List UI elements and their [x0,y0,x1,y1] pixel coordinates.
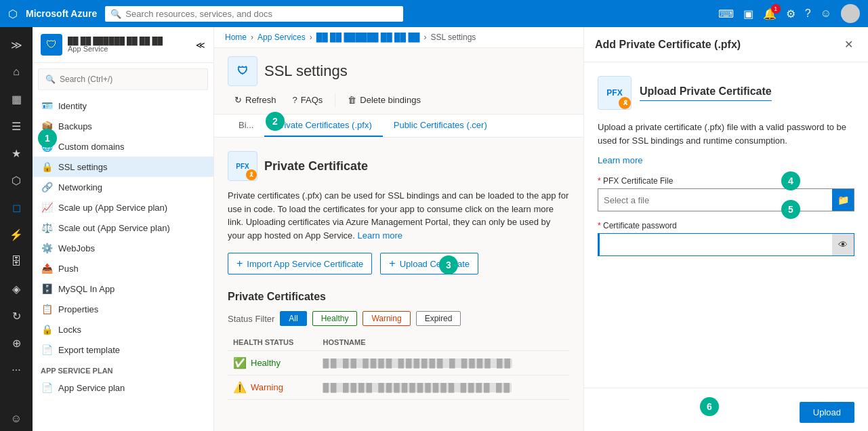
panel-learn-more-link[interactable]: Learn more [598,155,854,165]
sidebar-item-export-template[interactable]: 📄 Export template [33,340,213,360]
pfx-ribbon: 🎗 [619,97,631,109]
tab-bindings[interactable]: Bi... [228,115,264,137]
more-icon[interactable]: ··· [4,358,28,382]
help-icon[interactable]: ? [805,7,811,20]
pfx-file-field-group: * PFX Certificate File 📁 [598,176,854,211]
sidebar-item-label: Networking [58,182,102,192]
search-bar[interactable]: 🔍 [105,6,403,22]
col-hostname: HOSTNAME [318,334,570,351]
user-profile-icon[interactable]: ☺ [4,407,28,431]
sidebar-item-push[interactable]: 📤 Push [33,258,213,279]
expand-sidebar-btn[interactable]: ≫ [4,33,28,57]
topbar: ⬡ Microsoft Azure 🔍 ⌨ ▣ 🔔 1 ⚙ ? ☺ [0,0,868,27]
settings-icon[interactable]: ⚙ [786,7,795,20]
sidebar-item-label: Locks [58,325,81,335]
sidebar-search-input[interactable] [60,75,201,84]
marketplace-icon[interactable]: ⊕ [4,331,28,355]
devops-icon[interactable]: ↻ [4,304,28,328]
cloud-shell-icon[interactable]: ⌨ [718,7,734,20]
breadcrumb-app-name[interactable]: ██ ██ ██████ ██ ██ ██ [316,33,420,42]
panel-cert-header: PFX 🎗 Upload Private Certificate [598,76,854,110]
panel-title: Add Private Certificate (.pfx) [595,39,741,51]
services-icon[interactable]: ☰ [4,114,28,138]
sidebar-item-label: Properties [58,304,98,314]
sidebar-item-label: SSL settings [58,162,108,172]
pfx-file-browse-button[interactable]: 📁 [832,189,854,211]
home-icon[interactable]: ⌂ [4,60,28,84]
user-icon[interactable]: ☺ [821,7,831,20]
monitor-icon[interactable]: ⚡ [4,222,28,247]
panel-footer: Upload [584,388,868,431]
sidebar-item-locks[interactable]: 🔒 Locks [33,319,213,340]
password-input[interactable] [600,236,832,254]
breadcrumb-app-services[interactable]: App Services [257,33,306,42]
sidebar-item-identity[interactable]: 🪪 Identity [33,96,213,116]
delete-bindings-button[interactable]: 🗑 Delete bindings [341,91,428,108]
ssl-icon: 🔒 [41,161,53,172]
step-6-badge: 6 [700,397,719,416]
sidebar-item-label: Scale out (App Service plan) [58,223,170,233]
panel-body: PFX 🎗 Upload Private Certificate Upload … [584,62,868,388]
status-healthy: ✅ Healthy [233,356,312,369]
search-input[interactable] [125,9,398,19]
sidebar-item-scale-out[interactable]: ⚖️ Scale out (App Service plan) [33,218,213,238]
table-row[interactable]: ⚠️ Warning ██ ████ ██████████ ████ ██ [228,375,570,400]
filter-warning-button[interactable]: Warning [363,311,410,326]
breadcrumb-home[interactable]: Home [225,33,247,42]
panel-description: Upload a private certificate (.pfx) file… [598,121,854,147]
sidebar-item-webjobs[interactable]: ⚙️ WebJobs [33,238,213,258]
push-icon: 📤 [41,263,53,274]
collapse-sidebar-btn[interactable]: ≪ [196,40,205,50]
sidebar-item-app-service-plan[interactable]: 📄 App Service plan [33,377,213,398]
password-reveal-button[interactable]: 👁 [832,234,854,255]
app-service-plan-icon: 📄 [41,382,53,393]
identity-icon: 🪪 [41,100,53,111]
sidebar-item-custom-domains[interactable]: 🌐 Custom domains [33,136,213,157]
private-certs-title: Private Certificates [228,291,570,303]
filter-healthy-button[interactable]: Healthy [312,311,358,326]
sidebar-item-label: Export template [58,345,120,355]
integrations-icon[interactable]: ◈ [4,276,28,301]
faqs-button[interactable]: ? FAQs [286,91,330,108]
table-row[interactable]: ✅ Healthy ██ ██ ████ ██████ █ ████ ██ [228,351,570,375]
filter-all-button[interactable]: All [280,311,306,326]
upload-cert-button[interactable]: + Upload Certificate [380,253,478,274]
favorites-icon[interactable]: ★ [4,141,28,165]
action-buttons: + Import App Service Certificate + Uploa… [228,253,570,274]
tab-public-certs[interactable]: Public Certificates (.cer) [383,115,498,137]
dashboard-icon[interactable]: ▦ [4,87,28,111]
sidebar-item-mysql[interactable]: 🗄️ MySQL In App [33,279,213,299]
toolbar: ↻ Refresh ? FAQs 🗑 Delete bindings [214,86,583,115]
refresh-button[interactable]: ↻ Refresh [228,91,283,108]
security-icon[interactable]: 🗄 [4,249,28,274]
sidebar-item-label: Identity [58,101,87,111]
sidebar-item-ssl-settings[interactable]: 🔒 SSL settings [33,157,213,177]
sidebar-item-networking[interactable]: 🔗 Networking [33,177,213,197]
brand-name: Microsoft Azure [26,8,97,19]
scale-up-icon: 📈 [41,202,53,213]
panel-close-button[interactable]: ✕ [840,37,857,52]
page-header: 🛡 SSL settings [214,48,583,86]
sidebar-item-properties[interactable]: 📋 Properties [33,299,213,319]
sidebar-item-scale-up[interactable]: 📈 Scale up (App Service plan) [33,197,213,218]
portal-icon[interactable]: ▣ [743,7,753,20]
sidebar-item-backups[interactable]: 📦 Backups [33,116,213,136]
import-cert-button[interactable]: + Import App Service Certificate [228,253,372,274]
sidebar-search[interactable]: 🔍 [38,68,208,90]
sidebar-item-label: Push [58,264,79,274]
healthy-icon: ✅ [233,356,247,369]
breadcrumb-current: SSL settings [430,33,476,42]
avatar[interactable] [841,4,860,23]
resources-icon[interactable]: ⬡ [4,168,28,192]
filter-expired-button[interactable]: Expired [416,311,461,326]
notification-icon[interactable]: 🔔 1 [763,7,777,20]
cube-icon[interactable]: ◻ [4,195,28,220]
cert-learn-more-link[interactable]: Learn more [358,230,402,241]
right-panel: Add Private Certificate (.pfx) ✕ PFX 🎗 U… [583,27,868,431]
help-icon: ? [293,95,297,105]
app-service-plan-header: App Service plan [33,360,213,377]
main-layout: ≫ ⌂ ▦ ☰ ★ ⬡ ◻ ⚡ 🗄 ◈ ↻ ⊕ ··· ☺ 🛡 ██ ██ ██… [0,27,868,431]
page-title: SSL settings [264,62,348,80]
upload-certificate-button[interactable]: Upload [800,402,854,423]
sidebar-item-label: WebJobs [58,243,95,253]
